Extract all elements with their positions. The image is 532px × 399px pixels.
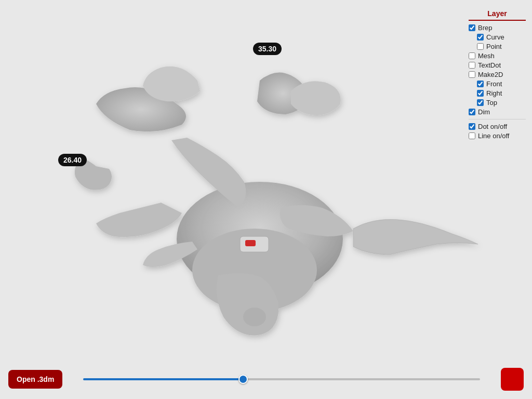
layer-label-brep[interactable]: Brep — [478, 24, 492, 32]
svg-point-3 — [243, 308, 266, 326]
layer-item-top[interactable]: Top — [469, 99, 526, 107]
layer-item-textdot[interactable]: TextDot — [469, 61, 526, 69]
layer-checkbox-top[interactable] — [477, 99, 484, 106]
slider-container — [83, 378, 480, 380]
record-button[interactable] — [501, 368, 524, 391]
layer-label-point[interactable]: Point — [486, 43, 502, 50]
toggle-label-line[interactable]: Line on/off — [478, 132, 509, 140]
layer-checkbox-brep[interactable] — [469, 24, 475, 31]
timeline-slider[interactable] — [83, 378, 480, 380]
toggle-checkbox-line[interactable] — [469, 132, 475, 139]
layer-checkbox-point[interactable] — [477, 43, 484, 50]
layer-item-right[interactable]: Right — [469, 89, 526, 97]
layer-checkbox-mesh[interactable] — [469, 52, 475, 59]
layer-label-curve[interactable]: Curve — [486, 33, 504, 41]
toggle-dot[interactable]: Dot on/off — [469, 123, 526, 130]
layer-label-right[interactable]: Right — [486, 89, 502, 97]
layer-item-mesh[interactable]: Mesh — [469, 52, 526, 60]
layer-checkbox-make2d[interactable] — [469, 71, 475, 78]
layer-checkbox-textdot[interactable] — [469, 62, 475, 69]
layer-label-top[interactable]: Top — [486, 99, 497, 107]
layer-checkbox-curve[interactable] — [477, 34, 484, 41]
layer-label-mesh[interactable]: Mesh — [478, 52, 495, 60]
layer-item-curve[interactable]: Curve — [469, 33, 526, 41]
layer-item-dim[interactable]: Dim — [469, 108, 526, 116]
panel-divider — [469, 119, 526, 119]
viewport — [0, 0, 532, 399]
layer-panel: Layer Brep Curve Point Mesh TextDot Make… — [469, 9, 526, 141]
layer-checkbox-right[interactable] — [477, 90, 484, 97]
layer-item-front[interactable]: Front — [469, 80, 526, 88]
toggle-line[interactable]: Line on/off — [469, 132, 526, 140]
3d-model — [0, 0, 532, 399]
open-button[interactable]: Open .3dm — [8, 370, 62, 389]
layer-label-dim[interactable]: Dim — [478, 108, 490, 116]
bottom-bar: Open .3dm — [0, 368, 532, 391]
layer-label-textdot[interactable]: TextDot — [478, 61, 501, 69]
layer-checkbox-dim[interactable] — [469, 109, 475, 115]
layer-checkbox-front[interactable] — [477, 81, 484, 87]
svg-rect-5 — [245, 240, 256, 246]
toggle-checkbox-dot[interactable] — [469, 123, 475, 130]
layer-item-brep[interactable]: Brep — [469, 24, 526, 32]
layer-label-front[interactable]: Front — [486, 80, 502, 88]
toggle-label-dot[interactable]: Dot on/off — [478, 123, 507, 130]
layer-label-make2d[interactable]: Make2D — [478, 71, 503, 78]
panel-title: Layer — [469, 9, 526, 21]
layer-item-point[interactable]: Point — [469, 43, 526, 50]
layer-item-make2d[interactable]: Make2D — [469, 71, 526, 78]
